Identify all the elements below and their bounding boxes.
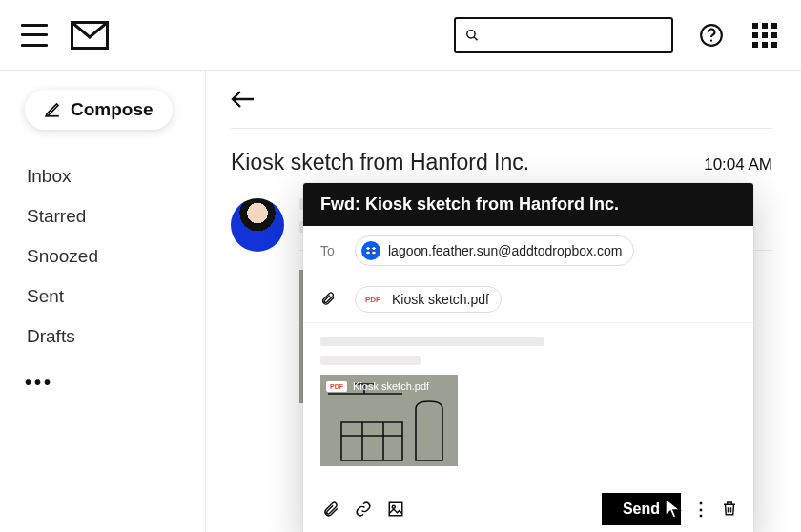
sidebar: Compose Inbox Starred Snoozed Sent Draft… (0, 71, 206, 532)
sidebar-more[interactable]: ••• (25, 357, 192, 394)
composer-to-row[interactable]: To lagoon.feather.sun@addtodropbox.com (303, 226, 753, 276)
cursor-icon (664, 497, 683, 520)
more-options-icon[interactable]: ⋮ (692, 499, 709, 520)
svg-point-1 (467, 30, 475, 37)
topbar (0, 0, 801, 71)
compose-button[interactable]: Compose (25, 90, 173, 130)
search-input[interactable] (486, 27, 662, 43)
attachment-chip-name: Kiosk sketch.pdf (392, 292, 489, 307)
search-icon (465, 28, 479, 43)
composer-attachment-row[interactable]: PDF Kiosk sketch.pdf (303, 276, 753, 323)
main-pane: Kiosk sketch from Hanford Inc. 10:04 AM (206, 71, 801, 532)
composer-body[interactable]: PDF Kiosk sketch.pdf (303, 323, 753, 483)
send-label: Send (623, 501, 660, 517)
recipient-chip[interactable]: lagoon.feather.sun@addtodropbox.com (355, 235, 634, 266)
attachment-chip[interactable]: PDF Kiosk sketch.pdf (355, 286, 502, 313)
thread-title: Kiosk sketch from Hanford Inc. (231, 150, 529, 175)
redacted-line (320, 356, 421, 365)
composer-toolbar: Send ⋮ (303, 483, 753, 532)
pdf-badge: PDF (326, 381, 347, 392)
apps-icon[interactable] (750, 20, 780, 51)
composer-subject[interactable]: Fwd: Kiosk sketch from Hanford Inc. (303, 183, 753, 226)
sidebar-item-inbox[interactable]: Inbox (25, 156, 192, 196)
help-icon[interactable] (696, 20, 727, 51)
compose-label: Compose (71, 99, 154, 120)
arrow-left-icon (231, 90, 256, 109)
to-label: To (320, 243, 341, 258)
sidebar-item-starred[interactable]: Starred (25, 196, 192, 236)
insert-image-icon[interactable] (385, 499, 406, 520)
mail-logo (71, 21, 109, 50)
sidebar-item-label: Snoozed (27, 246, 98, 266)
insert-link-icon[interactable] (353, 499, 374, 520)
send-button[interactable]: Send (602, 493, 681, 525)
sidebar-item-label: Inbox (27, 166, 71, 186)
avatar (231, 198, 284, 252)
sidebar-item-sent[interactable]: Sent (25, 276, 192, 317)
discard-icon[interactable] (721, 500, 740, 519)
thread-time: 10:04 AM (704, 155, 772, 174)
sidebar-item-label: Sent (27, 286, 64, 306)
dropbox-icon (361, 241, 380, 260)
menu-icon[interactable] (21, 24, 48, 47)
recipient-address: lagoon.feather.sun@addtodropbox.com (388, 243, 622, 258)
svg-rect-4 (389, 502, 402, 516)
attach-file-icon[interactable] (320, 499, 341, 520)
redacted-line (320, 337, 544, 346)
composer-window: Fwd: Kiosk sketch from Hanford Inc. To l… (303, 183, 753, 532)
thumb-name: Kiosk sketch.pdf (353, 380, 429, 392)
pencil-icon (44, 101, 61, 118)
pdf-badge: PDF (361, 294, 384, 306)
sidebar-item-label: Starred (27, 206, 86, 226)
sidebar-item-drafts[interactable]: Drafts (25, 317, 192, 357)
back-button[interactable] (231, 90, 256, 114)
attachment-thumbnail[interactable]: PDF Kiosk sketch.pdf (320, 375, 458, 466)
paperclip-icon (320, 291, 341, 309)
search-box[interactable] (454, 17, 673, 53)
sidebar-item-label: Drafts (27, 326, 75, 346)
svg-point-5 (392, 505, 395, 508)
svg-point-3 (710, 39, 712, 41)
sidebar-item-snoozed[interactable]: Snoozed (25, 236, 192, 276)
sidebar-more-label: ••• (25, 372, 53, 393)
